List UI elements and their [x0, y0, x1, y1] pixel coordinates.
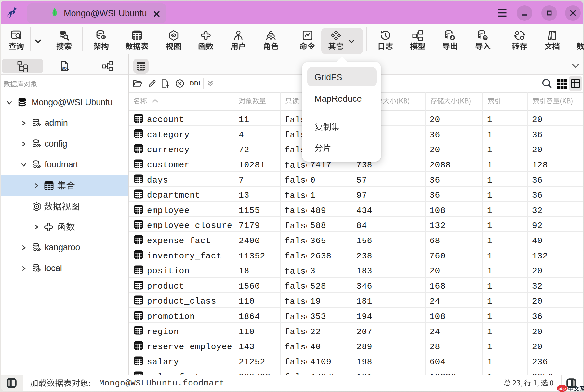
svg-text:SQL: SQL [61, 66, 69, 70]
svg-text:php: php [558, 386, 566, 391]
